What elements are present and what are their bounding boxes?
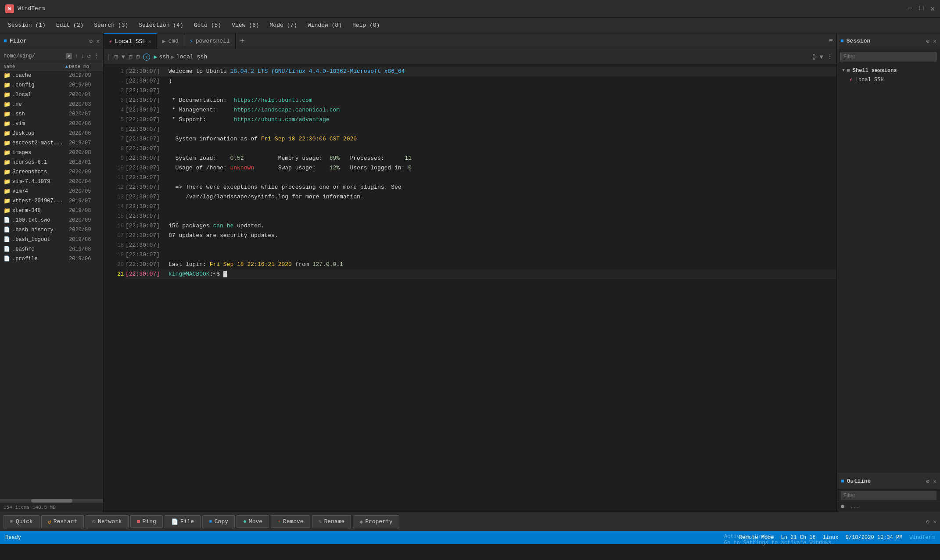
list-item[interactable]: 📄 .bash_history 2020/09 [0, 225, 103, 235]
tab-powershell[interactable]: ⚡ powershell [184, 33, 236, 49]
list-item[interactable]: 📁 xterm-348 2019/08 [0, 206, 103, 215]
bottom-close-icon[interactable]: ✕ [933, 518, 936, 525]
list-item[interactable]: 📁 vttest-201907... 2019/07 [0, 196, 103, 206]
term-info-icon[interactable]: i [143, 54, 150, 61]
term-split-v-icon[interactable]: ⊞ [136, 53, 140, 61]
folder-icon: 📁 [4, 82, 11, 89]
btn-move[interactable]: ● Move [237, 515, 269, 528]
btn-property[interactable]: ◆ Property [353, 515, 399, 528]
btn-restart-label: Restart [54, 518, 78, 525]
menu-view[interactable]: View (6) [227, 20, 263, 30]
btn-restart[interactable]: ↺ Restart [41, 515, 84, 528]
line-num-18: 18 [105, 241, 124, 250]
list-item[interactable]: 📄 .bash_logout 2019/06 [0, 235, 103, 244]
filer-item-date: 2019/09 [69, 82, 100, 88]
minimize-icon[interactable]: ─ [908, 4, 912, 13]
terminal-line: [22:30:07] [126, 241, 836, 250]
menu-edit[interactable]: Edit (2) [52, 20, 88, 30]
filer-list: 📁 .cache 2019/09 📁 .config 2019/09 📁 .lo… [0, 71, 103, 499]
filer-close-icon[interactable]: ✕ [96, 38, 100, 45]
tab-cmd[interactable]: ▶ cmd [157, 33, 184, 49]
terminal-line: [22:30:07] [126, 144, 836, 154]
menu-search[interactable]: Search (3) [90, 20, 133, 30]
term-split-h-icon[interactable]: ⊟ [129, 53, 132, 61]
tab-overflow-menu[interactable]: ≡ [825, 37, 836, 45]
list-item[interactable]: 📁 .ssh 2020/07 [0, 109, 103, 119]
bottom-settings-icon[interactable]: ⚙ [926, 518, 929, 525]
menu-session[interactable]: Session (1) [4, 20, 50, 30]
line-num-8: 8 [105, 144, 124, 154]
filer-item-name: .ssh [12, 111, 69, 117]
filer-item-date: 2019/06 [69, 237, 100, 243]
term-scroll-down-icon[interactable]: ⟫ [812, 53, 816, 61]
list-item[interactable]: 📁 .vim 2020/06 [0, 119, 103, 129]
term-line-text: System load: 0.52 Memory usage: 89% Proc… [169, 154, 412, 163]
term-more-icon[interactable]: ⋮ [827, 53, 833, 61]
filer-refresh-icon[interactable]: ↺ [87, 52, 91, 60]
list-item[interactable]: 📁 .config 2019/09 [0, 80, 103, 90]
term-new-tab-arrow-icon[interactable]: ▼ [122, 54, 125, 61]
terminal-line: [22:30:07] [126, 250, 836, 260]
list-item[interactable]: 📄 .profile 2019/06 [0, 254, 103, 264]
filer-up-icon[interactable]: ↑ [75, 53, 78, 60]
tab-local-ssh[interactable]: ⚡ Local SSH ✕ [104, 33, 157, 49]
menu-selection[interactable]: Selection (4) [134, 20, 187, 30]
term-expand-icon[interactable]: ▼ [820, 54, 823, 61]
list-item[interactable]: 📁 Screenshots 2020/09 [0, 167, 103, 177]
term-new-tab-icon[interactable]: ⊞ [114, 53, 118, 61]
btn-rename[interactable]: ✎ Rename [312, 515, 352, 528]
list-item[interactable]: 📁 Desktop 2020/06 [0, 129, 103, 138]
btn-remove-label: Remove [283, 518, 304, 525]
tab-powershell-label: powershell [196, 38, 230, 44]
terminal-path: ▶ ssh ▶ local ssh [154, 53, 207, 61]
btn-remove[interactable]: + Remove [271, 515, 310, 528]
filer-settings-icon[interactable]: ⚙ [89, 38, 93, 45]
list-item[interactable]: 📁 .local 2020/01 [0, 90, 103, 100]
terminal-content[interactable]: 1 - 2 3 4 5 6 7 8 9 10 11 12 13 14 15 16… [104, 65, 836, 512]
list-item[interactable]: 📄 .100.txt.swo 2020/09 [0, 215, 103, 225]
list-item[interactable]: 📁 .cache 2019/09 [0, 71, 103, 80]
term-line-text: * Support: https://ubuntu.com/advantage [169, 115, 330, 125]
outline-close-icon[interactable]: ✕ [933, 478, 936, 485]
tab-local-ssh-close[interactable]: ✕ [148, 39, 151, 44]
session-settings-icon[interactable]: ⚙ [926, 38, 929, 45]
filer-item-name: .local [12, 92, 69, 98]
line-num-19: 19 [105, 250, 124, 260]
menu-mode[interactable]: Mode (7) [265, 20, 301, 30]
filer-scrollbar-thumb[interactable] [31, 499, 72, 503]
session-filter-input[interactable] [840, 52, 936, 61]
menu-goto[interactable]: Goto (5) [190, 20, 226, 30]
session-item-local-ssh[interactable]: ⚡ Local SSH [837, 75, 940, 85]
maximize-icon[interactable]: □ [919, 4, 924, 13]
term-timestamp: [22:30:07] [126, 144, 165, 154]
tab-add-button[interactable]: + [236, 37, 249, 46]
folder-icon: 📁 [4, 140, 11, 147]
session-panel: ■ Session ⚙ ✕ ▼ ■ Shell sessions ⚡ Local… [836, 33, 940, 512]
list-item[interactable]: 📁 esctest2-mast... 2019/07 [0, 138, 103, 148]
list-item[interactable]: 📁 .ne 2020/03 [0, 100, 103, 109]
list-item[interactable]: 📁 vim74 2020/05 [0, 187, 103, 196]
filer-menu-icon[interactable]: ⋮ [93, 52, 100, 60]
btn-ping[interactable]: ■ Ping [130, 515, 163, 528]
list-item[interactable]: 📄 .bashrc 2019/08 [0, 244, 103, 254]
filer-path-x-icon[interactable]: ✕ [66, 53, 72, 59]
session-group-shell[interactable]: ▼ ■ Shell sessions [837, 66, 940, 75]
filer-item-name: .config [12, 82, 69, 88]
menu-window[interactable]: Window (8) [303, 20, 346, 30]
btn-file[interactable]: 📄 File [165, 515, 201, 528]
status-ready: Ready [5, 535, 21, 541]
outline-settings-icon[interactable]: ⚙ [926, 478, 929, 485]
list-item[interactable]: 📁 images 2020/08 [0, 148, 103, 158]
filer-nav-back-icon[interactable]: ↓ [81, 53, 84, 60]
btn-network[interactable]: ⊙ Network [86, 515, 128, 528]
btn-quick[interactable]: ⊞ Quick [4, 515, 39, 528]
list-item[interactable]: 📁 vim-7.4.1079 2020/04 [0, 177, 103, 187]
term-path-sep1: ▶ [171, 54, 175, 61]
btn-copy[interactable]: ⊞ Copy [202, 515, 235, 528]
close-icon[interactable]: ✕ [930, 4, 935, 13]
menu-help[interactable]: Help (0) [348, 20, 384, 30]
outline-filter-input[interactable] [841, 491, 936, 500]
session-close-icon[interactable]: ✕ [933, 38, 936, 45]
filer-scrollbar[interactable] [0, 499, 103, 503]
list-item[interactable]: 📁 ncurses-6.1 2018/01 [0, 158, 103, 167]
